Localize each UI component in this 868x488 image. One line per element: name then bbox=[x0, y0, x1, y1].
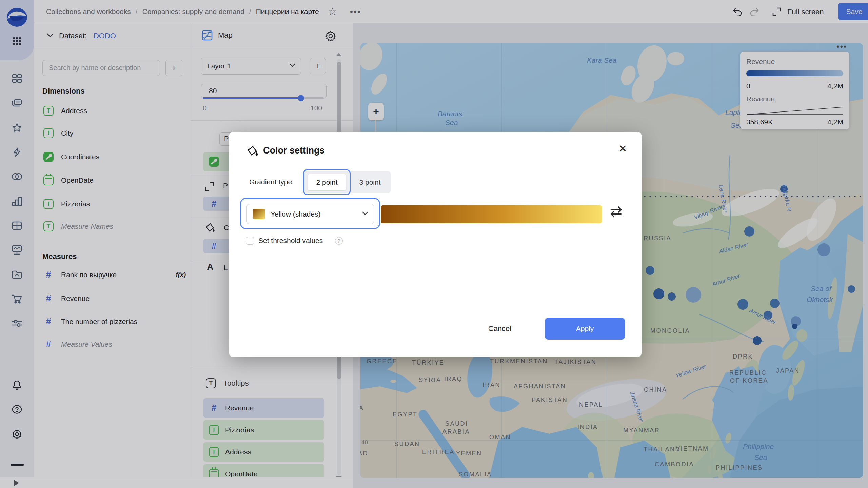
color-settings-dialog: Color settings ✕ Gradient type 3 point 2… bbox=[229, 132, 642, 357]
dialog-title: Color settings bbox=[263, 145, 325, 156]
gradient-preview-bar bbox=[381, 205, 602, 223]
close-icon[interactable]: ✕ bbox=[618, 143, 627, 155]
apply-button[interactable]: Apply bbox=[545, 318, 625, 340]
threshold-checkbox[interactable] bbox=[246, 237, 254, 245]
reverse-gradient-icon[interactable] bbox=[609, 205, 623, 219]
palette-select-value: Yellow (shades) bbox=[271, 210, 320, 218]
tab-3point[interactable]: 3 point bbox=[349, 171, 391, 193]
cancel-button[interactable]: Cancel bbox=[479, 320, 520, 337]
palette-select[interactable]: Yellow (shades) bbox=[246, 204, 374, 224]
threshold-label: Set threshold values bbox=[258, 237, 323, 245]
palette-swatch bbox=[253, 209, 265, 219]
gradient-type-label: Gradient type bbox=[249, 178, 292, 186]
threshold-help-icon[interactable]: ? bbox=[335, 237, 343, 245]
app-window: Collections and workbooks / Companies: s… bbox=[0, 0, 868, 488]
paint-bucket-icon bbox=[247, 145, 258, 157]
tab-2point-focus-ring bbox=[303, 169, 351, 195]
